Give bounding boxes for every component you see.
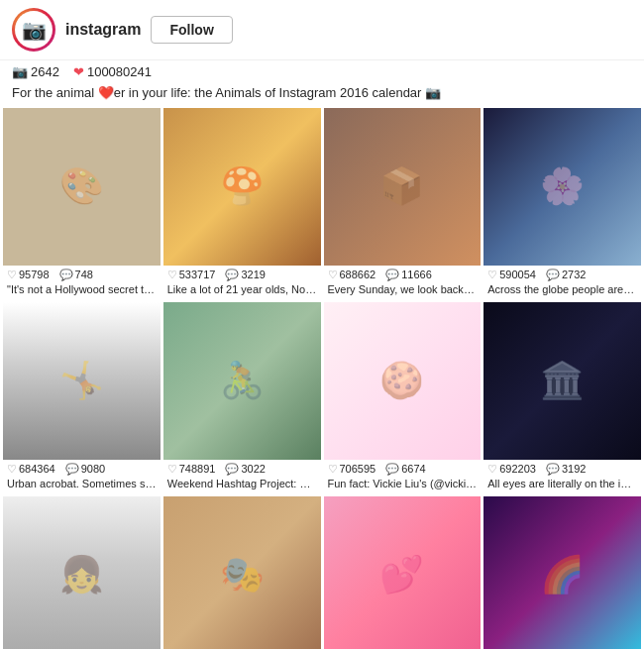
username: instagram [65,21,141,39]
likes-stat-6: ♡ 706595 [328,463,376,476]
likes-stat-3: ♡ 590054 [487,269,536,281]
likes-stat-0: ♡ 95798 [7,269,50,281]
comment-icon-7: 💬 [546,463,560,476]
heart-icon-3: ♡ [487,269,497,281]
post-stats-2: ♡ 688662 💬 11666 [324,266,482,282]
likes-stat-1: ♡ 533717 [167,269,216,281]
thumbnail-0: 🎨 [3,108,161,266]
thumbnail-7: 🏛️ [483,302,641,460]
heart-icon-7: ♡ [487,463,497,476]
thumbnail-6: 🍪 [324,302,482,460]
likes-stat-4: ♡ 684364 [7,463,55,476]
thumbnail-10: 💕 [324,496,482,650]
grid-item-9[interactable]: 🎭 ♡ 609887 💬 4950 For the artist Hayv Ka… [163,496,321,650]
likes-stat-5: ♡ 748891 [167,463,216,476]
likes-count-7: 692203 [499,463,536,475]
thumb-emoji-2: 📦 [324,108,482,266]
heart-stat-icon: ❤ [73,64,84,79]
follow-button[interactable]: Follow [151,16,232,44]
caption-4: Urban acrobat. Sometimes st... [3,477,161,493]
thumb-emoji-11: 🌈 [483,496,641,650]
grid-item-7[interactable]: 🏛️ ♡ 692203 💬 3192 All eyes are literall… [483,302,641,493]
caption-6: Fun fact: Vickie Liu's (@vickiee... [324,477,482,493]
post-stats-5: ♡ 748891 💬 3022 [163,460,321,477]
comments-stat-5: 💬 3022 [225,463,265,476]
likes-count-5: 748891 [179,463,216,475]
grid-item-2[interactable]: 📦 ♡ 688662 💬 11666 Every Sunday, we look… [324,108,482,299]
thumb-emoji-4: 🤸 [3,302,161,460]
caption-5: Weekend Hashtag Project: #W... [163,477,321,493]
comments-stat-0: 💬 748 [59,269,93,281]
thumbnail-2: 📦 [324,108,482,266]
likes-count-2: 688662 [340,269,376,280]
likes-stat-7: ♡ 692203 [487,463,536,476]
post-stats-3: ♡ 590054 💬 2732 [483,266,641,282]
thumb-emoji-5: 🚴 [163,302,321,460]
grid-item-5[interactable]: 🚴 ♡ 748891 💬 3022 Weekend Hashtag Projec… [163,302,321,493]
comment-icon-5: 💬 [225,463,239,476]
posts-count: 2642 [31,64,59,79]
comments-stat-6: 💬 6674 [385,463,425,476]
caption-0: "It's not a Hollywood secret th... [3,282,161,299]
grid-item-6[interactable]: 🍪 ♡ 706595 💬 6674 Fun fact: Vickie Liu's… [324,302,482,493]
bio: For the animal ❤️er in your life: the An… [0,83,644,108]
comment-icon-1: 💬 [225,269,239,281]
post-stats-0: ♡ 95798 💬 748 [3,266,161,282]
likes-count-6: 706595 [340,463,376,475]
post-stats-7: ♡ 692203 💬 3192 [483,460,641,477]
thumb-emoji-10: 💕 [324,496,482,650]
comment-icon-3: 💬 [546,269,560,281]
thumbnail-4: 🤸 [3,302,161,460]
likes-stat-2: ♡ 688662 [328,269,376,281]
comments-count-5: 3022 [241,463,265,475]
comments-count-6: 6674 [401,463,425,475]
thumbnail-3: 🌸 [483,108,641,266]
thumb-emoji-8: 👧 [3,496,161,650]
grid-item-10[interactable]: 💕 ♡ 708772 💬 3423 Love reigns supreme. F… [324,496,482,650]
grid-item-0[interactable]: 🎨 ♡ 95798 💬 748 "It's not a Hollywood se… [3,108,161,299]
comments-count-3: 2732 [562,269,586,280]
thumbnail-1: 🍄 [163,108,321,266]
camera-stat-icon: 📷 [12,64,28,79]
avatar: 📷 [12,8,55,52]
caption-7: All eyes are literally on the int... [483,477,641,493]
comment-icon-4: 💬 [65,463,79,476]
followers-count: 100080241 [87,64,152,79]
likes-count-1: 533717 [179,269,216,280]
comments-count-4: 9080 [81,463,105,475]
heart-icon-0: ♡ [7,269,17,281]
grid-item-4[interactable]: 🤸 ♡ 684364 💬 9080 Urban acrobat. Sometim… [3,302,161,493]
thumbnail-8: 👧 [3,496,161,650]
grid-item-11[interactable]: 🌈 ♡ 697814 💬 10306 It's loud; it's brigh… [483,496,641,650]
heart-icon-6: ♡ [328,463,338,476]
comment-icon-6: 💬 [385,463,399,476]
thumb-emoji-0: 🎨 [3,108,161,266]
grid-item-8[interactable]: 👧 ♡ 857015 💬 5814 First grade. Braids. K… [3,496,161,650]
thumb-emoji-6: 🍪 [324,302,482,460]
caption-3: Across the globe people are a... [483,282,641,299]
thumbnail-9: 🎭 [163,496,321,650]
thumb-emoji-9: 🎭 [163,496,321,650]
comment-icon-2: 💬 [385,269,399,281]
profile-header: 📷 instagram Follow [0,0,644,60]
profile-stats: 📷 2642 ❤ 100080241 [0,60,644,83]
thumb-emoji-7: 🏛️ [483,302,641,460]
grid-item-1[interactable]: 🍄 ♡ 533717 💬 3219 Like a lot of 21 year … [163,108,321,299]
comments-count-0: 748 [75,269,93,280]
thumbnail-11: 🌈 [483,496,641,650]
comments-count-2: 11666 [401,269,432,280]
comments-stat-3: 💬 2732 [546,269,586,281]
comment-icon-0: 💬 [59,269,73,281]
likes-count-0: 95798 [19,269,50,280]
posts-grid: 🎨 ♡ 95798 💬 748 "It's not a Hollywood se… [0,108,644,649]
comments-stat-1: 💬 3219 [225,269,265,281]
posts-stat: 📷 2642 [12,64,59,79]
likes-count-4: 684364 [19,463,55,475]
comments-stat-4: 💬 9080 [65,463,105,476]
heart-icon-2: ♡ [328,269,338,281]
grid-item-3[interactable]: 🌸 ♡ 590054 💬 2732 Across the globe peopl… [483,108,641,299]
heart-icon-5: ♡ [167,463,177,476]
caption-1: Like a lot of 21 year olds, Noà ... [163,282,321,299]
heart-icon-1: ♡ [167,269,177,281]
post-stats-6: ♡ 706595 💬 6674 [324,460,482,477]
